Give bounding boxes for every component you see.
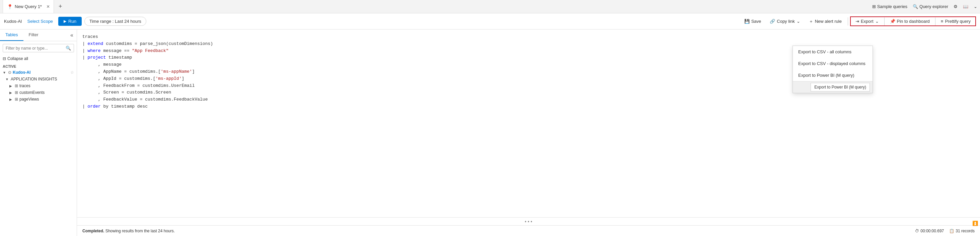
close-icon[interactable]: × <box>46 4 49 10</box>
gear-icon: ⚙ <box>953 4 958 9</box>
status-bar-right: ⏱ 00:00:00.697 📋 31 records <box>915 229 975 233</box>
search-input[interactable] <box>6 46 64 51</box>
save-button[interactable]: 💾 Save <box>740 17 765 26</box>
prettify-label: Prettify query <box>945 19 970 24</box>
book-icon: 📖 <box>963 4 968 9</box>
query-explorer-button[interactable]: 🔍 Query explorer <box>913 4 948 9</box>
chevron-right-icon: ▶ <box>10 91 13 94</box>
plus-icon: ＋ <box>809 18 813 24</box>
status-message: Completed. <box>83 229 104 233</box>
time-value: 00:00:00.697 <box>920 229 944 233</box>
pin-to-dashboard-button[interactable]: 📌 Pin to dashboard <box>886 17 934 26</box>
time-range-label: Time range : Last 24 hours <box>89 19 141 24</box>
export-icon: ⇥ <box>856 19 859 24</box>
separator-3 <box>935 18 935 26</box>
tab-filter[interactable]: Filter <box>24 30 44 41</box>
star-icon[interactable]: ☆ <box>70 70 74 75</box>
export-power-bi-button[interactable]: Export to Power BI (M query) <box>793 69 872 81</box>
new-alert-button[interactable]: ＋ New alert rule <box>805 17 846 26</box>
time-range-button[interactable]: Time range : Last 24 hours <box>84 17 146 26</box>
records-status: 📋 31 records <box>949 229 975 233</box>
table-icon: ⊞ <box>15 90 18 95</box>
app-insights-section[interactable]: ▼ APPLICATION INSIGHTS <box>0 76 77 83</box>
collapse-all-button[interactable]: ⊟ Collapse all <box>0 55 77 62</box>
workspace-label: Kudos-AI <box>4 19 22 24</box>
search-icon: 🔍 <box>65 46 71 51</box>
custom-events-label: customEvents <box>19 90 74 95</box>
filter-icon: ⊟ <box>3 56 6 61</box>
export-button[interactable]: ⇥ Export ⌄ <box>851 17 883 26</box>
grid-icon: ⊞ <box>872 4 876 9</box>
toolbar-right-actions: 💾 Save 🔗 Copy link ⌄ ＋ New alert rule ⇥ … <box>740 16 976 26</box>
collapse-all-label: Collapse all <box>7 56 28 61</box>
query-explorer-label: Query explorer <box>920 4 948 9</box>
section-label: APPLICATION INSIGHTS <box>11 77 74 81</box>
main-area: Tables Filter « 🔍 ⊟ Collapse all Active … <box>0 30 980 236</box>
pin-icon: 📌 <box>890 19 895 24</box>
active-section-label: Active <box>0 62 77 69</box>
time-status: ⏱ 00:00:00.697 <box>915 229 944 233</box>
expand-button[interactable]: ⌄ <box>974 4 977 9</box>
tab-bar-actions: ⊞ Sample queries 🔍 Query explorer ⚙ 📖 ⌄ <box>872 4 977 9</box>
copy-link-button[interactable]: 🔗 Copy link ⌄ <box>766 17 804 26</box>
save-label: Save <box>751 19 761 24</box>
workspace-tree-item[interactable]: ▼ ⊙ Kudos-AI ☆ <box>0 69 77 76</box>
location-icon: ⊙ <box>8 70 11 75</box>
table-icon: ⊞ <box>15 83 18 88</box>
toolbar: Kudos-AI Select Scope ▶ Run Time range :… <box>0 13 980 30</box>
chevron-down-icon: ⌄ <box>875 19 879 24</box>
chevron-right-icon: ▶ <box>10 84 13 88</box>
records-value: 31 records <box>956 229 975 233</box>
separator-1 <box>848 18 848 26</box>
copy-link-label: Copy link <box>777 19 794 24</box>
run-label: Run <box>68 19 76 24</box>
new-alert-label: New alert rule <box>815 19 842 24</box>
editor-area: traces | extend customdims = parse_json(… <box>77 30 980 236</box>
sample-queries-button[interactable]: ⊞ Sample queries <box>872 4 907 9</box>
export-label: Export <box>861 19 873 24</box>
editor-divider[interactable]: • • • <box>77 217 980 225</box>
export-group: ⇥ Export ⌄ 📌 Pin to dashboard ≡ Prettify… <box>850 16 976 26</box>
select-scope-button[interactable]: Select Scope <box>27 19 53 24</box>
custom-events-tree-item[interactable]: ▶ ⊞ customEvents <box>0 89 77 96</box>
chevron-down-icon: ▼ <box>3 71 7 75</box>
divider-dots: • • • <box>525 219 532 224</box>
search-list-icon: 🔍 <box>913 4 918 9</box>
clock-icon: ⏱ <box>915 229 919 233</box>
sidebar-search-container: 🔍 <box>3 44 74 52</box>
pin-to-dashboard-label: Pin to dashboard <box>897 19 930 24</box>
chevron-down-icon: ▼ <box>5 77 10 81</box>
export-power-bi-tooltip-button[interactable]: Export to Power BI (M query) <box>811 83 870 91</box>
export-csv-displayed-button[interactable]: Export to CSV - displayed columns <box>793 57 872 69</box>
sidebar: Tables Filter « 🔍 ⊟ Collapse all Active … <box>0 30 77 236</box>
page-views-label: pageViews <box>19 97 74 102</box>
chevron-right-icon: ▶ <box>10 97 13 101</box>
link-icon: 🔗 <box>770 19 775 24</box>
completed-label: Completed. Showing results from the last… <box>83 229 175 233</box>
export-dropdown: Export to CSV - all columns Export to CS… <box>792 46 873 93</box>
collapse-results-button[interactable]: ⏫ <box>972 220 978 226</box>
sidebar-tabs: Tables Filter « <box>0 30 77 41</box>
query-tab[interactable]: 📍 New Query 1* × <box>3 0 54 13</box>
tab-title: New Query 1* <box>15 4 42 9</box>
book-button[interactable]: 📖 <box>963 4 968 9</box>
settings-button[interactable]: ⚙ <box>953 4 958 9</box>
table-icon: ⊞ <box>15 97 18 102</box>
add-tab-button[interactable]: + <box>55 2 65 12</box>
run-button[interactable]: ▶ Run <box>58 17 82 26</box>
prettify-button[interactable]: ≡ Prettify query <box>937 17 975 26</box>
traces-label: traces <box>19 83 74 88</box>
code-line-10: , FeedbackValue = customdims.FeedbackVal… <box>83 96 975 103</box>
tab-tables[interactable]: Tables <box>0 30 24 41</box>
play-icon: ▶ <box>64 19 66 24</box>
workspace-name-label: Kudos-AI <box>13 70 69 75</box>
chevron-down-icon: ⌄ <box>797 19 800 24</box>
prettify-icon: ≡ <box>941 19 943 24</box>
records-icon: 📋 <box>949 229 954 233</box>
page-views-tree-item[interactable]: ▶ ⊞ pageViews <box>0 96 77 102</box>
sample-queries-label: Sample queries <box>877 4 907 9</box>
collapse-sidebar-button[interactable]: « <box>67 30 77 41</box>
traces-tree-item[interactable]: ▶ ⊞ traces <box>0 83 77 89</box>
status-detail: Showing results from the last 24 hours. <box>105 229 175 233</box>
export-csv-all-button[interactable]: Export to CSV - all columns <box>793 46 872 57</box>
